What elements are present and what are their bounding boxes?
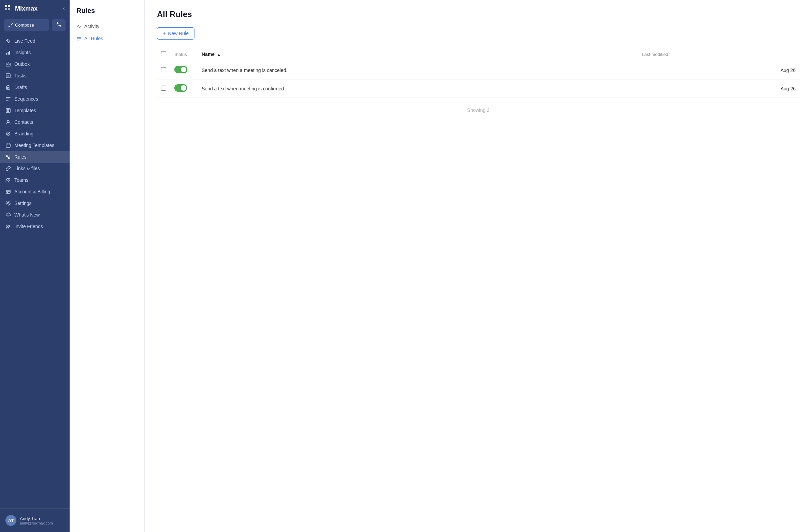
sidebar-item-drafts[interactable]: Drafts <box>0 82 70 93</box>
sub-nav-activity[interactable]: Activity <box>70 20 144 32</box>
user-info[interactable]: AT Andy Tran andy@mixmax.com <box>0 512 70 529</box>
sidebar-item-settings[interactable]: Settings <box>0 197 70 209</box>
sidebar: Mixmax ‹ Compose Live Feed Insights Outb… <box>0 0 70 532</box>
svg-rect-8 <box>9 51 10 55</box>
rules-sub-sidebar: Rules Activity All Rules <box>70 0 145 532</box>
sidebar-item-meeting-templates[interactable]: Meeting Templates <box>0 139 70 151</box>
user-name: Andy Tran <box>20 516 53 521</box>
rules-title: Rules <box>70 7 144 20</box>
rule-date-1: Aug 26 <box>638 79 800 98</box>
sidebar-item-insights[interactable]: Insights <box>0 47 70 58</box>
sidebar-item-account-billing[interactable]: Account & Billing <box>0 186 70 197</box>
toggle-cell-0[interactable] <box>170 61 198 79</box>
col-last-modified: Last modified <box>638 48 800 61</box>
svg-rect-6 <box>6 53 7 55</box>
svg-point-16 <box>6 155 8 157</box>
col-name: Name ▲ <box>198 48 638 61</box>
new-rule-button[interactable]: + New Rule <box>157 27 194 40</box>
toggle-cell-1[interactable] <box>170 79 198 98</box>
svg-point-17 <box>9 157 10 159</box>
svg-rect-9 <box>6 63 10 66</box>
main-panel-title: All Rules <box>157 10 800 19</box>
plus-icon: + <box>163 30 166 36</box>
sidebar-nav: Live Feed Insights Outbox Tasks Drafts S… <box>0 35 70 508</box>
sidebar-item-sequences[interactable]: Sequences <box>0 93 70 105</box>
collapse-button[interactable]: ‹ <box>63 5 65 12</box>
svg-point-12 <box>7 120 9 122</box>
rule-toggle-1[interactable] <box>174 84 187 92</box>
svg-rect-7 <box>8 52 9 55</box>
svg-rect-4 <box>9 26 10 27</box>
rule-toggle-0[interactable] <box>174 66 187 73</box>
table-row: Send a text when a meeting is canceled.A… <box>157 61 800 79</box>
svg-point-5 <box>7 40 9 42</box>
sort-arrow-icon: ▲ <box>217 53 221 57</box>
app-logo: Mixmax <box>5 5 38 12</box>
sidebar-item-outbox[interactable]: Outbox <box>0 58 70 70</box>
svg-point-22 <box>8 203 9 204</box>
content-area: Rules Activity All Rules All Rules + New… <box>70 0 812 532</box>
svg-rect-15 <box>6 144 10 147</box>
sidebar-item-branding[interactable]: Branding <box>0 128 70 139</box>
sidebar-header: Mixmax ‹ <box>0 0 70 17</box>
sidebar-item-whats-new[interactable]: What's New <box>0 209 70 221</box>
phone-button[interactable] <box>52 19 66 31</box>
logo-icon <box>5 5 12 12</box>
sidebar-item-tasks[interactable]: Tasks <box>0 70 70 82</box>
sidebar-bottom: AT Andy Tran andy@mixmax.com <box>0 508 70 532</box>
svg-rect-3 <box>8 8 10 10</box>
sidebar-item-links-files[interactable]: Links & files <box>0 163 70 174</box>
svg-rect-2 <box>5 8 7 10</box>
sidebar-item-templates[interactable]: Templates <box>0 105 70 116</box>
compose-button[interactable]: Compose <box>4 19 49 31</box>
svg-point-23 <box>7 225 9 227</box>
sidebar-item-live-feed[interactable]: Live Feed <box>0 35 70 47</box>
svg-rect-10 <box>6 74 10 78</box>
col-status: Status <box>170 48 198 61</box>
row-checkbox-1[interactable] <box>161 86 166 91</box>
rules-table: Status Name ▲ Last modified Send a text … <box>157 48 800 98</box>
rule-date-0: Aug 26 <box>638 61 800 79</box>
showing-count: Showing 2 <box>157 107 800 113</box>
select-all-checkbox[interactable] <box>161 51 166 56</box>
app-name: Mixmax <box>15 5 38 12</box>
svg-point-14 <box>8 133 9 133</box>
row-checkbox-0[interactable] <box>161 67 166 72</box>
rule-name-1: Send a text when meeting is confirmed. <box>198 79 638 98</box>
sidebar-item-rules[interactable]: Rules <box>0 151 70 163</box>
sidebar-item-teams[interactable]: Teams <box>0 174 70 186</box>
sub-nav-all-rules[interactable]: All Rules <box>70 32 144 45</box>
user-details: Andy Tran andy@mixmax.com <box>20 516 53 525</box>
sidebar-item-contacts[interactable]: Contacts <box>0 116 70 128</box>
sidebar-item-invite-friends[interactable]: Invite Friends <box>0 221 70 232</box>
svg-rect-1 <box>8 5 10 7</box>
avatar: AT <box>5 515 16 526</box>
rule-name-0: Send a text when a meeting is canceled. <box>198 61 638 79</box>
svg-rect-21 <box>7 192 8 193</box>
table-row: Send a text when meeting is confirmed.Au… <box>157 79 800 98</box>
svg-rect-20 <box>6 190 10 193</box>
sidebar-actions: Compose <box>0 17 70 35</box>
main-panel: All Rules + New Rule Status Name ▲ Last … <box>145 0 812 532</box>
user-email: andy@mixmax.com <box>20 521 53 525</box>
svg-point-19 <box>8 179 10 180</box>
svg-rect-0 <box>5 5 7 7</box>
